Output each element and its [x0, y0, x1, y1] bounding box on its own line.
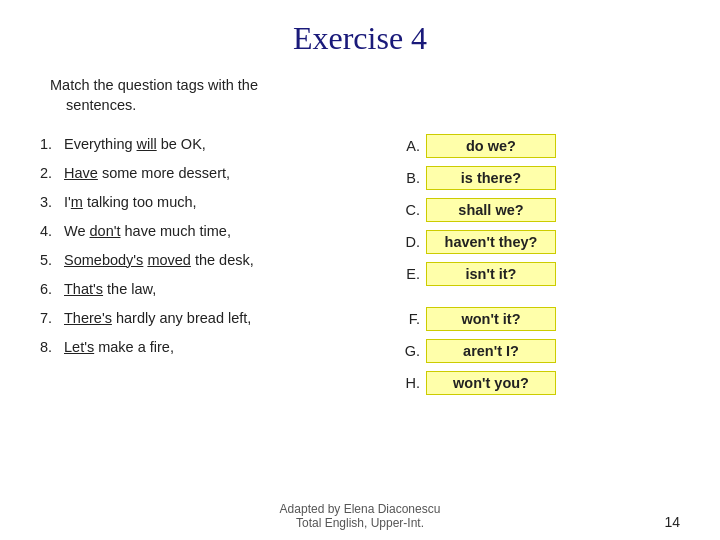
answer-letter: G. — [400, 343, 426, 359]
answer-box: is there? — [426, 166, 556, 190]
answer-letter: E. — [400, 266, 426, 282]
answer-box: won't you? — [426, 371, 556, 395]
item-number: 2. — [40, 163, 64, 184]
footer-text: Adapted by Elena Diaconescu Total Englis… — [280, 502, 441, 530]
answer-letter: F. — [400, 311, 426, 327]
answer-row-e: E. isn't it? — [400, 262, 680, 286]
answer-row-h: H. won't you? — [400, 371, 680, 395]
answer-rows: A. do we? B. is there? C. shall we? D. h… — [400, 134, 680, 398]
answer-box: haven't they? — [426, 230, 556, 254]
list-item: 6. That's the law, — [40, 279, 390, 300]
item-number: 8. — [40, 337, 64, 358]
item-number: 6. — [40, 279, 64, 300]
answer-box: do we? — [426, 134, 556, 158]
item-number: 4. — [40, 221, 64, 242]
page-title: Exercise 4 — [40, 20, 680, 57]
answer-row-c: C. shall we? — [400, 198, 680, 222]
footer-line2: Total English, Upper-Int. — [296, 516, 424, 530]
answer-letter: C. — [400, 202, 426, 218]
answer-box: aren't I? — [426, 339, 556, 363]
footer-line1: Adapted by Elena Diaconescu — [280, 502, 441, 516]
list-item: 2. Have some more dessert, — [40, 163, 390, 184]
list-item: 8. Let's make a fire, — [40, 337, 390, 358]
instructions: Match the question tags with the sentenc… — [40, 75, 680, 116]
list-item: 4. We don't have much time, — [40, 221, 390, 242]
answer-letter: A. — [400, 138, 426, 154]
answer-letter: B. — [400, 170, 426, 186]
answer-row-g: G. aren't I? — [400, 339, 680, 363]
item-number: 5. — [40, 250, 64, 271]
list-item: 3. I'm talking too much, — [40, 192, 390, 213]
list-item: 7. There's hardly any bread left, — [40, 308, 390, 329]
answer-box: won't it? — [426, 307, 556, 331]
item-number: 7. — [40, 308, 64, 329]
answer-box: shall we? — [426, 198, 556, 222]
answer-box: isn't it? — [426, 262, 556, 286]
item-number: 1. — [40, 134, 64, 155]
list-item: 5. Somebody's moved the desk, — [40, 250, 390, 271]
answer-row-d: D. haven't they? — [400, 230, 680, 254]
answer-row-a: A. do we? — [400, 134, 680, 158]
answer-row-f: F. won't it? — [400, 307, 680, 331]
footer: Adapted by Elena Diaconescu Total Englis… — [40, 502, 680, 530]
sentences-list: 1. Everything will be OK, 2. Have some m… — [40, 134, 390, 358]
list-item: 1. Everything will be OK, — [40, 134, 390, 155]
answer-letter: D. — [400, 234, 426, 250]
answers-col: A. do we? B. is there? C. shall we? D. h… — [400, 134, 680, 492]
page-number: 14 — [664, 514, 680, 530]
answer-letter: H. — [400, 375, 426, 391]
item-number: 3. — [40, 192, 64, 213]
answer-row-b: B. is there? — [400, 166, 680, 190]
